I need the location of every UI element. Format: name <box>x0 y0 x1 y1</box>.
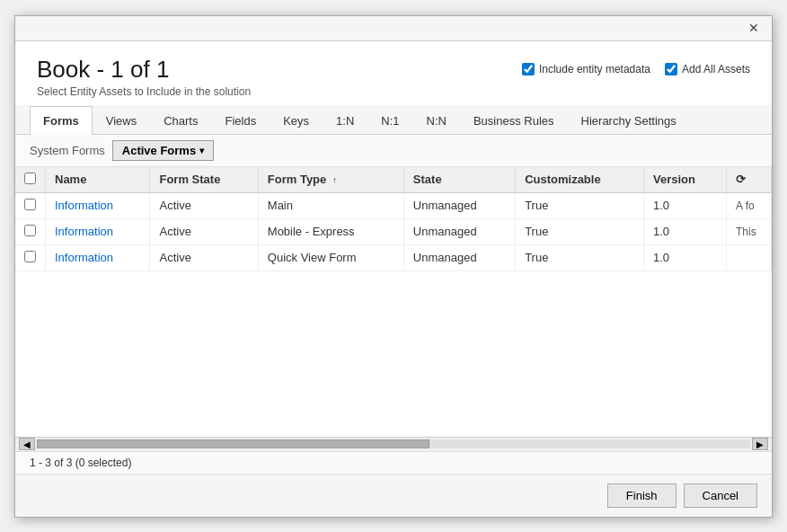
row-form-type: Quick View Form <box>258 244 403 270</box>
dialog-title: Book - 1 of 1 <box>37 56 251 84</box>
include-metadata-label: Include entity metadata <box>539 63 650 75</box>
header-left: Book - 1 of 1 Select Entity Assets to In… <box>37 56 251 98</box>
tab-nn[interactable]: N:N <box>413 106 460 135</box>
tab-n1[interactable]: N:1 <box>367 106 412 135</box>
row-customizable: True <box>516 192 644 218</box>
tab-fields[interactable]: Fields <box>211 106 270 135</box>
table-row: InformationActiveQuick View FormUnmanage… <box>15 244 772 270</box>
row-version: 1.0 <box>643 192 726 218</box>
scroll-right-button[interactable]: ▶ <box>752 438 768 450</box>
row-state: Unmanaged <box>403 192 515 218</box>
active-forms-dropdown[interactable]: Active Forms ▾ <box>112 140 214 161</box>
scroll-left-button[interactable]: ◀ <box>19 438 35 450</box>
add-all-assets-checkbox[interactable] <box>665 63 677 75</box>
chevron-down-icon: ▾ <box>199 146 204 155</box>
row-form-state: Active <box>150 192 258 218</box>
table-body: InformationActiveMainUnmanagedTrue1.0A f… <box>15 192 772 270</box>
cancel-button[interactable]: Cancel <box>684 483 757 508</box>
col-version[interactable]: Version <box>643 167 726 193</box>
row-checkbox-0[interactable] <box>24 199 36 210</box>
horizontal-scrollbar[interactable]: ◀ ▶ <box>15 437 772 451</box>
include-metadata-checkbox[interactable] <box>522 63 535 75</box>
tab-views[interactable]: Views <box>93 106 150 135</box>
row-extra: This <box>727 218 772 244</box>
header: Book - 1 of 1 Select Entity Assets to In… <box>15 41 772 105</box>
row-state: Unmanaged <box>403 244 515 270</box>
row-version: 1.0 <box>643 218 726 244</box>
col-form-type[interactable]: Form Type ↑ <box>258 167 403 193</box>
row-checkbox-2[interactable] <box>24 251 36 262</box>
status-bar: 1 - 3 of 3 (0 selected) <box>15 451 772 474</box>
col-checkbox <box>15 167 46 193</box>
tab-business-rules[interactable]: Business Rules <box>460 106 568 135</box>
row-checkbox-1[interactable] <box>24 225 36 236</box>
tab-charts[interactable]: Charts <box>150 106 211 135</box>
tabs-bar: Forms Views Charts Fields Keys 1:N N:1 N… <box>15 105 772 135</box>
tab-hierarchy-settings[interactable]: Hierarchy Settings <box>568 106 690 135</box>
scroll-thumb[interactable] <box>37 439 429 448</box>
row-extra: A fo <box>727 192 772 218</box>
row-customizable: True <box>516 218 644 244</box>
tab-1n[interactable]: 1:N <box>323 106 367 135</box>
header-right: Include entity metadata Add All Assets <box>522 56 750 75</box>
sort-icon: ↑ <box>332 175 337 185</box>
col-customizable[interactable]: Customizable <box>516 167 644 193</box>
close-button[interactable]: ✕ <box>743 19 765 37</box>
refresh-icon[interactable]: ⟳ <box>736 173 746 186</box>
row-form-type: Main <box>258 192 403 218</box>
row-checkbox-cell <box>15 244 46 270</box>
finish-button[interactable]: Finish <box>607 483 676 508</box>
row-form-state: Active <box>150 244 258 270</box>
forms-table: Name Form State Form Type ↑ State Custom… <box>15 167 772 271</box>
table-row: InformationActiveMobile - ExpressUnmanag… <box>15 218 772 244</box>
row-extra <box>727 244 772 270</box>
tab-forms[interactable]: Forms <box>30 106 93 135</box>
row-customizable: True <box>516 244 644 270</box>
row-form-type: Mobile - Express <box>258 218 403 244</box>
scroll-track[interactable] <box>37 439 750 448</box>
col-state[interactable]: State <box>403 167 515 193</box>
status-text: 1 - 3 of 3 (0 selected) <box>30 457 131 469</box>
row-state: Unmanaged <box>403 218 515 244</box>
col-form-state[interactable]: Form State <box>150 167 258 193</box>
row-name[interactable]: Information <box>46 244 150 270</box>
tab-keys[interactable]: Keys <box>270 106 323 135</box>
title-bar: ✕ <box>15 16 772 41</box>
dialog-subtitle: Select Entity Assets to Include in the s… <box>37 85 251 98</box>
main-dialog: ✕ Book - 1 of 1 Select Entity Assets to … <box>14 15 773 518</box>
add-all-assets-checkbox-label[interactable]: Add All Assets <box>665 63 750 75</box>
add-all-assets-label: Add All Assets <box>682 63 750 75</box>
row-version: 1.0 <box>643 244 726 270</box>
forms-table-container: Name Form State Form Type ↑ State Custom… <box>15 167 772 437</box>
dropdown-label: Active Forms <box>122 144 196 157</box>
include-metadata-checkbox-label[interactable]: Include entity metadata <box>522 63 650 75</box>
footer: Finish Cancel <box>15 474 772 517</box>
select-all-checkbox[interactable] <box>24 173 36 184</box>
table-header-row: Name Form State Form Type ↑ State Custom… <box>15 167 772 193</box>
row-checkbox-cell <box>15 218 46 244</box>
system-forms-label: System Forms <box>30 144 105 157</box>
row-name[interactable]: Information <box>46 192 150 218</box>
row-checkbox-cell <box>15 192 46 218</box>
col-name[interactable]: Name <box>46 167 150 193</box>
row-name[interactable]: Information <box>46 218 150 244</box>
toolbar: System Forms Active Forms ▾ <box>15 135 772 167</box>
table-row: InformationActiveMainUnmanagedTrue1.0A f… <box>15 192 772 218</box>
row-form-state: Active <box>150 218 258 244</box>
col-extra: ⟳ <box>727 167 772 193</box>
